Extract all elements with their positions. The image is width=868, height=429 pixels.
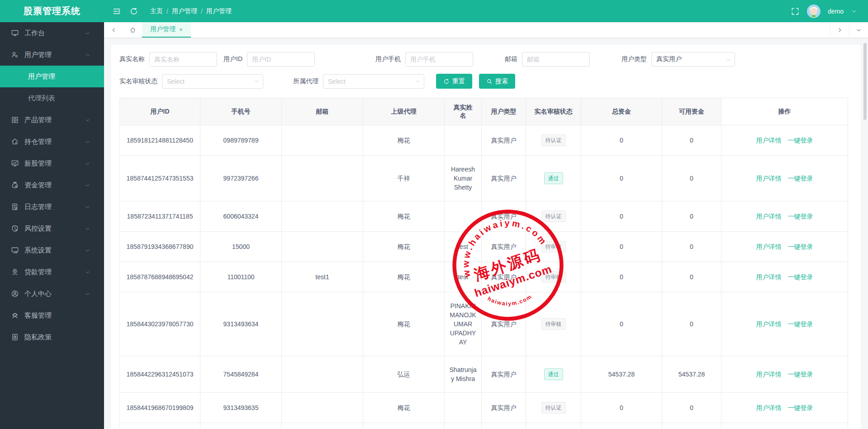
table-cell-actions: 用户详情一键登录 [721,201,848,232]
user-detail-link[interactable]: 用户详情 [756,212,782,221]
tabs-scroll-right[interactable] [830,22,849,38]
breadcrumb: 主页 / 用户管理 / 用户管理 [150,7,232,15]
reset-button[interactable]: 重置 [436,74,472,89]
refresh-icon [443,78,450,85]
user-detail-link[interactable]: 用户详情 [756,174,782,183]
column-header: 手机号 [200,98,282,125]
table-cell: 1858744125747351553 [120,156,200,201]
chevron-up-icon [85,52,90,58]
table-cell-amount: 0 [662,262,721,292]
chevron-down-icon [254,78,260,84]
sidebar-item-log-mgmt[interactable]: 日志管理 [0,196,104,218]
scrollbar[interactable] [863,43,867,120]
user-detail-link[interactable]: 用户详情 [756,370,782,379]
sidebar-subitem-agent-list[interactable]: 代理列表 [0,87,104,109]
table-cell-actions: 用户详情一键登录 [721,423,848,429]
table-cell: 9313493635 [200,393,282,423]
table-cell: 千祥 [363,156,445,201]
search-icon [486,78,493,85]
table-cell: 1859181214881128450 [120,125,200,156]
chevron-left-icon [110,27,117,33]
table-cell-amount: 0 [662,292,721,356]
table-cell-status: 通过 [526,356,581,393]
fullscreen-icon[interactable] [791,7,800,16]
loan-icon [11,268,19,276]
table-cell: 9313493634 [200,292,282,356]
table-cell [282,423,363,429]
quick-login-link[interactable]: 一键登录 [788,242,813,251]
sidebar-item-position-mgmt[interactable]: 持仓管理 [0,131,104,153]
tab-user-management[interactable]: 用户管理 × [142,22,191,38]
refresh-icon[interactable] [129,7,138,16]
sidebar-subitem-user-list[interactable]: 用户管理 [0,66,104,87]
table-cell: 梅花 [363,292,445,356]
quick-login-link[interactable]: 一键登录 [788,403,813,412]
avatar[interactable] [807,5,821,18]
tabs-menu[interactable] [849,22,868,38]
log-icon [11,203,19,211]
table-cell-status: 驳回 [526,423,581,429]
user-detail-link[interactable]: 用户详情 [756,319,782,329]
real-name-input[interactable] [149,52,217,67]
agent-select[interactable]: Select [323,74,424,89]
tabs-scroll-left[interactable] [104,22,123,38]
table-cell-amount: 0 [662,423,721,429]
user-detail-link[interactable]: 用户详情 [756,242,782,251]
table-cell: 真实用户 [482,125,526,156]
search-button[interactable]: 搜索 [479,74,515,89]
table-cell-amount: 0 [662,156,721,201]
email-input[interactable] [522,52,590,67]
tab-close-icon[interactable]: × [179,26,183,33]
table-cell: 1858420448229052418 [120,423,200,429]
chevron-down-icon[interactable] [851,8,857,14]
table-cell [282,156,363,201]
user-detail-link[interactable]: 用户详情 [756,136,782,145]
table-cell: 梅花 [363,125,445,156]
breadcrumb-home[interactable]: 主页 [150,7,163,15]
sidebar-item-system-settings[interactable]: 系统设置 [0,239,104,261]
table-cell: test [445,262,482,292]
status-badge: 通过 [544,172,563,184]
table-cell: 弘运 [363,356,445,393]
sidebar-collapse-icon[interactable] [112,7,121,16]
user-phone-input[interactable] [405,52,473,67]
table-cell: 6006043324 [200,201,282,232]
sidebar-item-fund-mgmt[interactable]: 资金管理 [0,174,104,196]
sidebar-item-product-mgmt[interactable]: 产品管理 [0,109,104,131]
sidebar-item-ipo-mgmt[interactable]: 新股管理 [0,153,104,174]
sidebar-item-workbench[interactable]: 工作台 [0,22,104,44]
table-row: 185878768894869504211001100test1梅花test真实… [120,262,848,292]
breadcrumb-section[interactable]: 用户管理 [172,7,197,15]
audit-status-select[interactable]: Select [162,74,263,89]
table-cell: 梅花 [363,201,445,232]
quick-login-link[interactable]: 一键登录 [788,136,813,145]
table-cell-status: 待审核 [526,232,581,262]
user-type-select[interactable]: 真实用户 [651,52,735,67]
sidebar-item-personal-center[interactable]: 个人中心 [0,283,104,305]
quick-login-link[interactable]: 一键登录 [788,319,813,329]
quick-login-link[interactable]: 一键登录 [788,212,813,221]
table-cell: L Vasantha Kum [445,423,482,429]
tab-home[interactable] [123,22,142,38]
breadcrumb-page[interactable]: 用户管理 [206,7,232,15]
table-cell [282,125,363,156]
quick-login-link[interactable]: 一键登录 [788,272,813,281]
sidebar-item-loan-mgmt[interactable]: 贷款管理 [0,261,104,283]
user-id-input[interactable] [247,52,315,67]
quick-login-link[interactable]: 一键登录 [788,370,813,379]
table-cell: 真实用户 [482,262,526,292]
sidebar-item-user-mgmt[interactable]: 用户管理 [0,44,104,66]
table-cell: 阿丹 [363,423,445,429]
user-detail-link[interactable]: 用户详情 [756,272,782,281]
user-detail-link[interactable]: 用户详情 [756,403,782,412]
table-cell: 1858442296312451073 [120,356,200,393]
sidebar-nav: 工作台用户管理用户管理代理列表产品管理持仓管理新股管理资金管理日志管理风控设置系… [0,22,104,348]
quick-login-link[interactable]: 一键登录 [788,174,813,183]
sidebar-item-privacy-policy[interactable]: 隐私政策 [0,326,104,348]
sidebar-item-risk-settings[interactable]: 风控设置 [0,218,104,239]
table-cell-actions: 用户详情一键登录 [721,393,848,423]
table-cell: 真实用户 [482,232,526,262]
sidebar-item-service-mgmt[interactable]: 客服管理 [0,305,104,326]
username[interactable]: demo [828,8,844,15]
app-window: 股票管理系统 主页 / 用户管理 / 用户管理 demo 工作台用户管理用户管理… [0,0,868,429]
